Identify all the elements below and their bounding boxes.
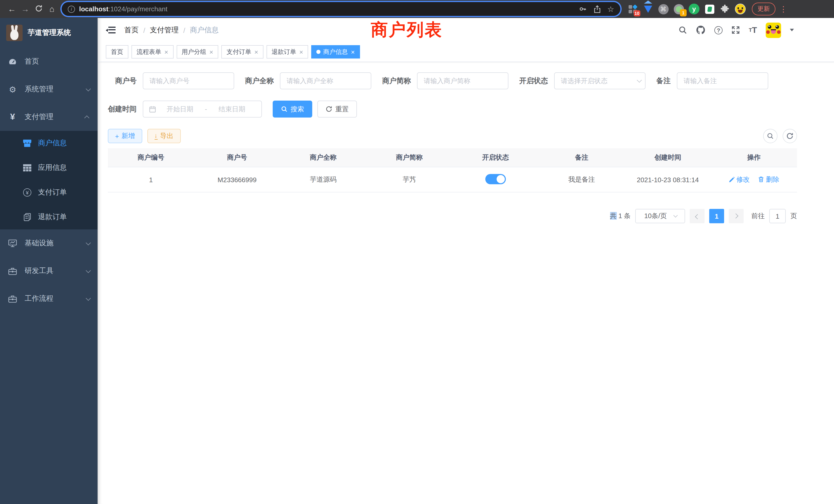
active-tab-dot	[316, 50, 321, 54]
filter-row-2: 创建时间 开始日期 - 结束日期 搜索 重置	[108, 100, 834, 117]
logo-rabbit-image	[6, 25, 23, 41]
sidebar-item-workflow[interactable]: 工作流程	[0, 285, 97, 313]
fullscreen-icon[interactable]	[731, 26, 740, 35]
close-icon[interactable]: ×	[351, 48, 355, 56]
tab-home[interactable]: 首页	[106, 45, 128, 59]
address-bar[interactable]: i localhost:1024/pay/merchant ☆	[62, 2, 620, 16]
delete-button[interactable]: 删除	[758, 175, 779, 184]
total-count: 共 1 条	[610, 211, 631, 221]
url-text: localhost:1024/pay/merchant	[79, 5, 168, 13]
toggle-search-button[interactable]	[763, 129, 777, 143]
search-icon[interactable]	[678, 26, 687, 35]
pencil-icon	[729, 177, 735, 183]
sidebar-item-pay-order[interactable]: ¥ 支付订单	[0, 180, 97, 205]
sidebar-item-payment[interactable]: ¥ 支付管理	[0, 103, 97, 131]
selected-text: 共	[610, 212, 616, 220]
cell-id: 1	[108, 176, 194, 183]
start-date-placeholder[interactable]: 开始日期	[156, 105, 204, 114]
edit-button[interactable]: 修改	[729, 175, 750, 184]
tab-user-group[interactable]: 用户分组×	[176, 45, 218, 59]
status-toggle[interactable]	[485, 174, 506, 184]
date-range-picker[interactable]: 开始日期 - 结束日期	[143, 100, 262, 117]
github-icon[interactable]	[696, 25, 706, 35]
breadcrumb: 首页 / 支付管理 / 商户信息	[124, 25, 219, 35]
sidebar-item-infrastructure[interactable]: 基础设施	[0, 229, 97, 257]
extension-command-icon[interactable]: ⌘	[658, 4, 668, 14]
full-name-input[interactable]	[280, 72, 371, 89]
prev-page-button[interactable]	[690, 209, 705, 223]
sidebar-item-merchant-info[interactable]: 商户信息	[0, 131, 97, 156]
breadcrumb-home[interactable]: 首页	[124, 25, 139, 35]
help-icon[interactable]: ?	[714, 26, 723, 34]
browser-update-button[interactable]: 更新	[752, 3, 775, 16]
sidebar-item-refund-order[interactable]: 退款订单	[0, 205, 97, 229]
extension-camera-icon[interactable]: 1	[673, 4, 684, 14]
extension-notes-icon[interactable]	[704, 4, 715, 14]
sidebar-item-home[interactable]: 首页	[0, 48, 97, 75]
export-button[interactable]: ↓ 导出	[147, 129, 180, 143]
next-page-button[interactable]	[729, 209, 744, 223]
sidebar: 芋道管理系统 首页 ⚙ 系统管理 ¥ 支付管理	[0, 18, 97, 504]
extensions-menu-puzzle-icon[interactable]	[720, 4, 730, 14]
user-avatar[interactable]	[766, 22, 781, 38]
share-icon[interactable]	[593, 5, 600, 13]
extension-blocks-icon[interactable]: 10	[627, 4, 638, 14]
extension-gem-icon[interactable]	[642, 4, 653, 14]
refresh-table-button[interactable]	[783, 129, 797, 143]
table-tools	[763, 129, 797, 143]
add-button[interactable]: + 新增	[108, 129, 142, 143]
remark-input[interactable]	[677, 72, 768, 89]
goto-page-input[interactable]	[769, 209, 786, 223]
sidebar-collapse-button[interactable]	[106, 26, 115, 33]
search-button[interactable]: 搜索	[273, 100, 312, 117]
main-panel: 首页 / 支付管理 / 商户信息 ?	[97, 18, 834, 504]
browser-profile-avatar[interactable]	[735, 4, 746, 14]
close-icon[interactable]: ×	[164, 48, 168, 56]
page-1-button[interactable]: 1	[709, 209, 724, 223]
browser-back-button[interactable]: ←	[5, 5, 19, 13]
sidebar-item-dev-tools[interactable]: 研发工具	[0, 257, 97, 285]
page-header: 首页 / 支付管理 / 商户信息 ?	[97, 18, 834, 42]
tabs-bar: 首页 流程表单× 用户分组× 支付订单× 退款订单× 商户信息×	[97, 42, 834, 62]
close-icon[interactable]: ×	[209, 48, 213, 56]
font-size-icon[interactable]: TT	[749, 25, 757, 35]
yuque-glyph: y	[689, 4, 699, 14]
browser-menu-kebab-icon[interactable]: ⋮	[780, 4, 787, 14]
browser-home-button[interactable]: ⌂	[45, 5, 59, 13]
tab-process-form[interactable]: 流程表单×	[131, 45, 173, 59]
urlbar-actions: ☆	[578, 4, 614, 14]
tab-merchant-info[interactable]: 商户信息×	[311, 45, 360, 59]
sidebar-item-app-info[interactable]: 应用信息	[0, 156, 97, 180]
page-size-select[interactable]: 10条/页	[635, 209, 685, 223]
field-label: 开启状态	[519, 76, 548, 86]
tab-refund-order[interactable]: 退款订单×	[266, 45, 308, 59]
menu-label: 系统管理	[25, 85, 53, 94]
avatar-dropdown-caret-icon[interactable]	[790, 29, 794, 31]
browser-reload-button[interactable]	[32, 4, 45, 14]
app-logo[interactable]: 芋道管理系统	[0, 18, 97, 48]
end-date-placeholder[interactable]: 结束日期	[208, 105, 256, 114]
password-key-icon[interactable]	[578, 5, 587, 13]
close-icon[interactable]: ×	[300, 48, 303, 56]
chevron-down-icon	[86, 295, 91, 300]
reset-button[interactable]: 重置	[317, 100, 357, 117]
tab-pay-order[interactable]: 支付订单×	[221, 45, 263, 59]
page-content: 商户号 商户全称 商户简称 开启状态	[97, 62, 834, 223]
command-glyph: ⌘	[658, 4, 668, 14]
sidebar-item-system[interactable]: ⚙ 系统管理	[0, 75, 97, 103]
close-icon[interactable]: ×	[254, 48, 258, 56]
status-select-input[interactable]	[554, 72, 645, 89]
bookmark-star-icon[interactable]: ☆	[607, 4, 614, 14]
browser-forward-button[interactable]: →	[19, 5, 32, 13]
storefront-icon	[23, 139, 32, 147]
short-name-input[interactable]	[417, 72, 508, 89]
breadcrumb-payment[interactable]: 支付管理	[150, 25, 179, 35]
status-select[interactable]	[554, 72, 645, 89]
filter-status: 开启状态	[519, 72, 645, 89]
field-label: 商户全称	[245, 76, 274, 86]
merchant-no-input[interactable]	[143, 72, 234, 89]
site-info-icon[interactable]: i	[68, 5, 75, 13]
chevron-down-icon	[673, 213, 677, 217]
table-header-row: 商户编号 商户号 商户全称 商户简称 开启状态 备注 创建时间 操作	[108, 148, 797, 167]
extension-yuque-icon[interactable]: y	[689, 4, 699, 14]
